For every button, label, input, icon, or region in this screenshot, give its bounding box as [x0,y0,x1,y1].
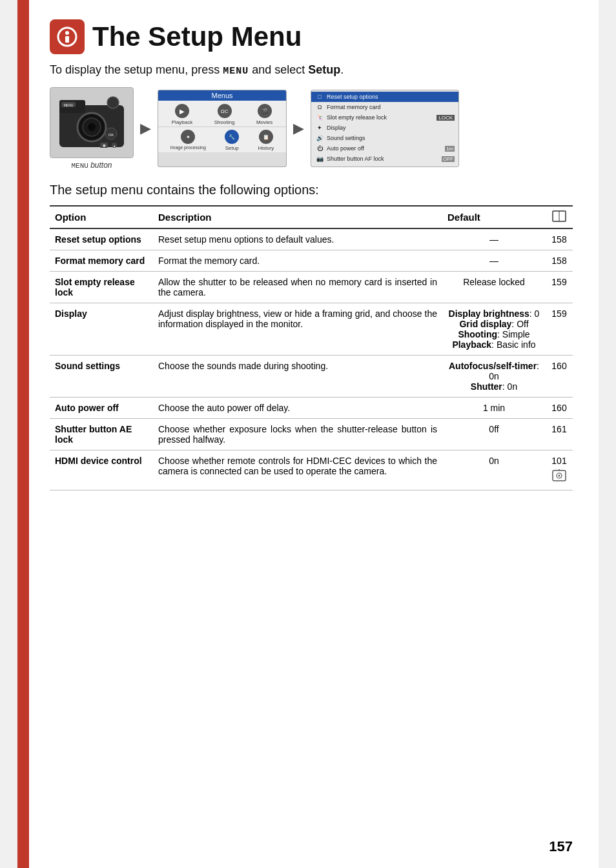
setup-row-sound: 🔊 Sound settings [311,133,458,143]
menu-icon-image-processing: ✦ Image processing [170,130,206,151]
options-table: Option Description Default Reset setup o… [50,205,573,490]
desc-slot: Allow the shutter to be released when no… [153,272,442,303]
setup-row-shutter: 📷 Shutter button AF lock OFF [311,154,458,164]
setup-row-reset: □ Reset setup options [311,92,458,102]
section-heading: The setup menu contains the following op… [50,183,573,197]
default-format: — [442,250,546,272]
table-row: Reset setup options Reset setup menu opt… [50,228,573,250]
desc-sound: Choose the sounds made during shooting. [153,356,442,398]
setup-row-slot: 🃏 Slot empty release lock LOCK [311,112,458,123]
desc-hdmi: Choose whether remote controls for HDMI-… [153,450,442,490]
camera-image: MENU OK ▣ ● [50,87,134,158]
option-auto-power: Auto power off [50,398,153,419]
table-row: Slot empty release lock Allow the shutte… [50,272,573,303]
page-number: 157 [549,838,573,855]
page-auto-power: 160 [546,398,573,419]
page-display: 159 [546,303,573,356]
option-format: Format memory card [50,250,153,272]
page-format: 158 [546,250,573,272]
table-row: Display Adjust display brightness, view … [50,303,573,356]
page-reset: 158 [546,228,573,250]
menus-screen: Menus ▶ Playback ΩC Shooting 🎬 Movies [158,90,287,167]
arrow-2: ▶ [293,120,304,137]
setup-row-display: ✦ Display [311,123,458,133]
subtitle: To display the setup menu, press MENU an… [50,63,573,77]
table-row: Shutter button AE lock Choose whether ex… [50,419,573,450]
default-reset: — [442,228,546,250]
menu-icons-row1: ▶ Playback ΩC Shooting 🎬 Movies [158,101,286,126]
menu-icon-playback: ▶ Playback [172,104,192,125]
option-display: Display [50,303,153,356]
svg-text:OK: OK [108,133,114,137]
title-section: The Setup Menu [50,19,573,54]
setup-menu-screen: □ Reset setup options Ω Format memory ca… [311,90,459,167]
page-shutter-ae: 161 [546,419,573,450]
subtitle-prefix: To display the setup menu, press [50,63,223,76]
svg-rect-2 [65,36,69,43]
desc-auto-power: Choose the auto power off delay. [153,398,442,419]
camera-illustration: MENU OK ▣ ● MENU button [50,87,134,170]
option-slot: Slot empty release lock [50,272,153,303]
default-display: Display brightness: 0 Grid display: Off … [442,303,546,356]
default-shutter-ae: 0ff [442,419,546,450]
default-sound: Autofocus/self-timer: 0n Shutter: 0n [442,356,546,398]
page-container: The Setup Menu To display the setup menu… [17,0,599,868]
svg-point-10 [107,97,119,108]
default-slot: Release locked [442,272,546,303]
menu-icon-movies: 🎬 Movies [256,104,272,125]
menu-icon-shooting: ΩC Shooting [214,104,235,125]
table-row: Auto power off Choose the auto power off… [50,398,573,419]
svg-text:▣: ▣ [103,143,106,147]
page-sound: 160 [546,356,573,398]
screenshots-row: MENU OK ▣ ● MENU button [50,87,573,170]
svg-text:●: ● [113,144,115,148]
setup-row-format: Ω Format memory card [311,102,458,112]
default-auto-power: 1 min [442,398,546,419]
menu-icon-history: 📋 History [258,130,274,151]
menus-screen-title: Menus [158,90,286,101]
page-hdmi: 101 [546,450,573,490]
subtitle-setup: Setup [308,63,340,76]
option-shutter-ae: Shutter button AE lock [50,419,153,450]
table-body: Reset setup options Reset setup menu opt… [50,228,573,490]
option-reset: Reset setup options [50,228,153,250]
table-header: Option Description Default [50,206,573,228]
page-slot: 159 [546,272,573,303]
table-row: Sound settings Choose the sounds made du… [50,356,573,398]
svg-point-7 [88,123,96,131]
menu-icon-setup: 🔧 Setup [225,130,239,151]
setup-row-power: ⏻ Auto power off 1m [311,143,458,154]
menu-button-label: MENU button [71,161,112,170]
default-hdmi: 0n [442,450,546,490]
col-header-option: Option [50,206,153,228]
table-row: HDMI device control Choose whether remot… [50,450,573,490]
svg-text:MENU: MENU [64,103,74,107]
hdmi-icon [552,469,566,485]
setup-menu-rows: □ Reset setup options Ω Format memory ca… [311,90,458,165]
svg-point-21 [559,475,560,477]
main-content: The Setup Menu To display the setup menu… [50,19,573,490]
menu-icons-row2: ✦ Image processing 🔧 Setup 📋 History [158,126,286,152]
subtitle-and-select: and select [249,63,308,76]
title-icon [50,19,85,54]
col-header-book [546,206,573,228]
arrow-1: ▶ [140,120,151,137]
svg-point-1 [65,31,69,35]
desc-reset: Reset setup menu options to default valu… [153,228,442,250]
page-title: The Setup Menu [92,22,302,52]
option-sound: Sound settings [50,356,153,398]
col-header-default: Default [442,206,546,228]
desc-display: Adjust display brightness, view or hide … [153,303,442,356]
desc-shutter-ae: Choose whether exposure locks when the s… [153,419,442,450]
col-header-description: Description [153,206,442,228]
option-hdmi: HDMI device control [50,450,153,490]
table-row: Format memory card Format the memory car… [50,250,573,272]
red-sidebar-bar [17,0,29,868]
menu-word: MENU [223,66,249,77]
desc-format: Format the memory card. [153,250,442,272]
